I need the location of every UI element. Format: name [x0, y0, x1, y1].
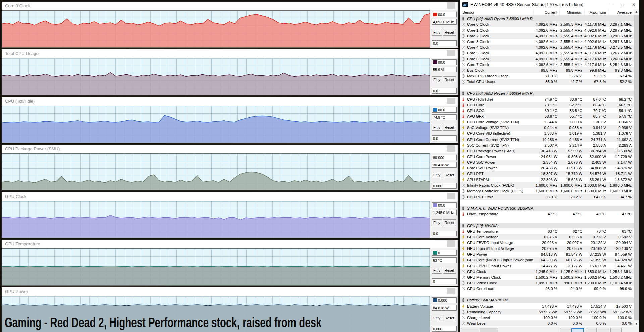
sensor-row[interactable]: Core 1 Clock4,092.6 MHz2,555.4 MHz4,092.… — [460, 27, 634, 33]
sensor-row[interactable]: GPU Memory Clock1,500.2 MHz1,500.2 MHz1,… — [460, 274, 634, 280]
sensor-row[interactable]: APU STAPM22.806 W15.626 W36.261 W18.672 … — [460, 177, 634, 182]
sensor-row[interactable]: GPU Clock1,245.0 MHz1,125.0 MHz1,380.0 M… — [460, 269, 634, 274]
maximize-button[interactable]: □ — [617, 0, 628, 9]
sensor-row[interactable]: Charge Level100.0 %100.0 %100.0 %100.0 % — [460, 315, 634, 320]
statusbar-button[interactable] — [461, 328, 478, 332]
sensor-row[interactable]: CPU PPT18.307 W15.770 W34.574 W18.711 W — [460, 171, 634, 177]
sensor-row[interactable]: Battery Voltage17.498 V17.498 V17.514 V1… — [460, 303, 634, 309]
sensor-row[interactable]: Core 7 Clock4,092.6 MHz2,555.4 MHz4,117.… — [460, 62, 634, 67]
sensor-row[interactable]: GPU Core Load98.0 %94.0 %99.0 %98.9 % — [460, 286, 634, 292]
graph-current-value-field[interactable]: 4,092.6 MHz — [432, 19, 457, 25]
sensor-row[interactable]: CPU PPT Limit33.9 %29.2 %64.0 %34.7 % — [460, 194, 634, 200]
sensor-row[interactable]: GPU Core Voltage0.675 V0.656 V0.713 V0.6… — [460, 234, 634, 240]
sensor-row[interactable]: CPU Package Power (SMU)30.418 W15.599 W3… — [460, 148, 634, 154]
minimize-button[interactable]: — — [606, 0, 617, 9]
reset-button[interactable]: Reset — [443, 315, 456, 321]
sensor-row[interactable]: Bus Clock99.8 MHz99.8 MHz99.8 MHz99.8 MH… — [460, 67, 634, 73]
column-header-minimum[interactable]: Minimum — [559, 9, 584, 15]
sensor-row[interactable]: CPU (Tctl/Tdie)74.9 °C63.6 °C87.0 °C68.2… — [460, 96, 634, 102]
fit-y-button[interactable]: Fit y — [432, 172, 442, 178]
sensor-row[interactable]: CPU Core Voltage (SVI2 TFN)1.344 V1.000 … — [460, 119, 634, 125]
reset-button[interactable]: Reset — [443, 29, 456, 36]
column-header-current[interactable]: Current — [533, 9, 559, 15]
section-header-row[interactable]: Battery: SMP AP18E7M — [460, 297, 634, 303]
scrollbar-down-icon[interactable]: ▼ — [634, 321, 639, 327]
section-header-row[interactable]: GPU [#0]: NVIDIA: — [460, 223, 634, 228]
sensor-row[interactable]: SoC Current (SVI2 TFN)2.507 A2.214 A2.55… — [460, 142, 634, 148]
sensor-row[interactable]: Core 6 Clock4,092.6 MHz2,555.4 MHz4,117.… — [460, 56, 634, 62]
statusbar-button[interactable] — [586, 328, 597, 332]
vertical-scrollbar[interactable]: ▲ ▼ — [634, 9, 639, 327]
graph-scale-max-field[interactable]: 80.000 — [432, 155, 457, 160]
sensor-row[interactable]: Drive Temperature47 °C47 °C49 °C47 °C — [460, 211, 634, 217]
sensor-row[interactable]: Core+SoC Power26.438 W11.918 W34.868 W14… — [460, 165, 634, 171]
sensor-row[interactable]: Core 4 Clock4,092.6 MHz2,555.4 MHz4,117.… — [460, 45, 634, 50]
column-header-maximum[interactable]: Maximum — [584, 9, 608, 15]
sensor-row[interactable]: GPU FBVDD Input Power14.477 W13.127 W15.… — [460, 263, 634, 269]
fit-y-button[interactable]: Fit y — [432, 124, 442, 131]
sensor-row[interactable]: GPU FBVDD Input Voltage20.023 V20.007 V2… — [460, 240, 634, 245]
graph-current-value-field[interactable]: 30.418 W — [432, 162, 457, 168]
graph-scale-min-field[interactable]: 0.000 — [432, 326, 457, 332]
sensor-row[interactable]: GPU Power84.818 W81.547 W87.219 W84.559 … — [460, 252, 634, 257]
section-header-row[interactable]: CPU [#0]: AMD Ryzen 7 5800H with Ra... — [460, 91, 634, 96]
reset-button[interactable]: Reset — [443, 76, 456, 83]
sensor-row[interactable]: APU GFX58.6 °C55.7 °C68.7 °C57.9 °C — [460, 113, 634, 119]
column-header-sensor[interactable]: Sensor — [460, 10, 533, 14]
graph-scale-max-field[interactable]: 00.0 — [432, 12, 457, 17]
statusbar-button[interactable] — [598, 328, 609, 332]
graph-current-value-field[interactable]: 1,245.0 MHz — [432, 210, 457, 215]
graph-current-value-field[interactable]: 55.9 % — [432, 67, 457, 72]
sensor-row[interactable]: Wear Level0.0 %0.0 %0.0 %0.0 % — [460, 320, 634, 326]
graph-scale-max-field[interactable]: 0 — [432, 250, 457, 256]
scrollbar-thumb[interactable] — [634, 15, 639, 320]
statusbar-button[interactable] — [480, 328, 498, 332]
reset-button[interactable]: Reset — [443, 124, 456, 131]
sensor-row[interactable]: Infinity Fabric Clock (FCLK)1,600.0 MHz1… — [460, 182, 634, 188]
reset-button[interactable]: Reset — [443, 219, 456, 226]
sensor-row[interactable]: CPU Core VID (Effective)1.363 V1.019 V1.… — [460, 131, 634, 136]
close-button[interactable]: ✕ — [628, 0, 639, 9]
column-header-average[interactable]: Average — [608, 9, 634, 15]
sensor-row[interactable]: GPU Video Clock1,095.0 MHz990.0 MHz1,200… — [460, 280, 634, 286]
graph-scale-max-field[interactable]: 00.0 — [432, 107, 457, 113]
sensor-row[interactable]: Core 3 Clock4,092.6 MHz2,555.4 MHz4,092.… — [460, 39, 634, 45]
graph-scale-min-field[interactable]: 0.0 — [432, 88, 457, 94]
sensor-row[interactable]: Core 0 Clock4,092.6 MHz2,595.3 MHz4,117.… — [460, 21, 634, 27]
sensor-row[interactable]: GPU Core (NVVDD) Input Power (sum)64.289… — [460, 257, 634, 263]
statusbar-button-active[interactable] — [571, 328, 584, 332]
graph-scale-max-field[interactable]: 00.0 — [432, 202, 457, 208]
reset-button[interactable]: Reset — [443, 267, 456, 274]
sensor-row[interactable]: GPU Temperature63 °C62 °C70 °C63 °C — [460, 228, 634, 234]
scrollbar-up-icon[interactable]: ▲ — [634, 9, 639, 15]
sensor-row[interactable]: CPU SOC60.1 °C56.5 °C70.7 °C59.1 °C — [460, 108, 634, 113]
sensor-row[interactable]: Max CPU/Thread Usage71.9 %55.6 %92.3 %67… — [460, 73, 634, 79]
sensor-row[interactable]: CPU SoC Power2.354 W2.076 W2.403 W2.147 … — [460, 160, 634, 165]
sensor-row[interactable]: Memory Controller Clock (UCLK)1,600.0 MH… — [460, 188, 634, 194]
sensor-row[interactable]: CPU Core Power24.084 W9.803 W32.600 W12.… — [460, 154, 634, 159]
graph-current-value-field[interactable]: 74.9 °C — [432, 114, 457, 120]
fit-y-button[interactable]: Fit y — [432, 29, 442, 36]
graph-scale-min-field[interactable]: 0.0 — [432, 135, 457, 141]
fit-y-button[interactable]: Fit y — [432, 76, 442, 83]
sensor-row[interactable]: Total CPU Usage55.9 %42.7 %67.3 %52.2 % — [460, 79, 634, 85]
section-header-row[interactable]: CPU [#0]: AMD Ryzen 7 5800H with Ra... — [460, 16, 634, 21]
fit-y-button[interactable]: Fit y — [432, 315, 442, 321]
fit-y-button[interactable]: Fit y — [432, 219, 442, 226]
graph-scale-max-field[interactable]: 0.000 — [432, 297, 457, 303]
graph-scale-min-field[interactable]: 0.000 — [432, 183, 457, 189]
reset-button[interactable]: Reset — [443, 172, 456, 178]
graph-scale-min-field[interactable]: 0 — [432, 278, 457, 284]
sensor-row[interactable]: CPU Core73.1 °C62.7 °C86.4 °C66.5 °C — [460, 102, 634, 108]
graph-current-value-field[interactable]: 84.818 W — [432, 305, 457, 311]
graph-scale-min-field[interactable]: 0.0 — [432, 231, 457, 236]
sensor-row[interactable]: Remaining Capacity59.552 Wh59.552 Wh59.5… — [460, 309, 634, 315]
sensor-row[interactable]: CPU Core Current (SVI2 TFN)19.286 A9.453… — [460, 136, 634, 142]
graph-current-value-field[interactable]: 63 °C — [432, 257, 457, 263]
sensor-row[interactable]: SoC Voltage (SVI2 TFN)0.944 V0.938 V0.94… — [460, 125, 634, 131]
fit-y-button[interactable]: Fit y — [432, 267, 442, 274]
graph-scale-min-field[interactable]: 0.0 — [432, 40, 457, 46]
statusbar-button[interactable] — [610, 328, 622, 332]
sensor-row[interactable]: Core 2 Clock4,092.6 MHz2,555.4 MHz4,092.… — [460, 33, 634, 39]
sensor-row[interactable]: Core 5 Clock4,092.6 MHz2,555.4 MHz4,117.… — [460, 50, 634, 56]
